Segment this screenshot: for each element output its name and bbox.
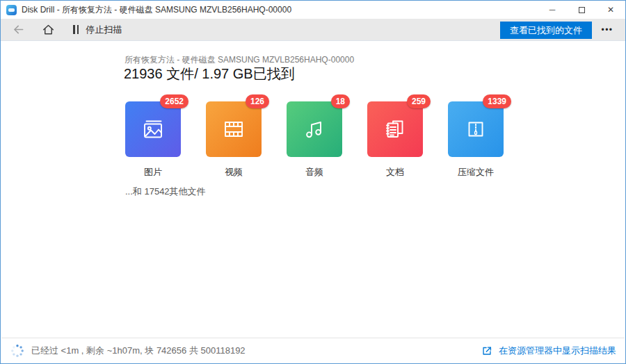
close-icon: ✕ (607, 5, 614, 15)
archive-icon (462, 115, 490, 143)
home-icon (42, 23, 55, 36)
window-controls: ─ ✕ (538, 1, 625, 19)
audio-label: 音频 (287, 166, 342, 179)
archives-count-badge: 1339 (483, 94, 511, 108)
audio-count-badge: 18 (331, 94, 350, 108)
show-in-explorer-link[interactable]: 在资源管理器中显示扫描结果 (481, 345, 616, 357)
images-label: 图片 (125, 166, 181, 179)
other-files-text: ...和 17542其他文件 (125, 185, 206, 198)
images-count-badge: 2652 (160, 94, 188, 108)
more-menu-button[interactable]: ••• (595, 19, 620, 41)
videos-tile[interactable]: 126 (206, 101, 262, 157)
documents-count-badge: 259 (407, 94, 431, 108)
minimize-icon: ─ (549, 5, 556, 15)
ellipsis-icon: ••• (601, 25, 613, 35)
pause-icon (73, 25, 79, 34)
archives-tile[interactable]: 1339 (448, 101, 504, 157)
category-videos: 126 视频 (206, 101, 262, 179)
stop-scan-button[interactable]: 停止扫描 (73, 24, 122, 36)
toolbar: 停止扫描 查看已找到的文件 ••• (1, 19, 625, 41)
audio-tile[interactable]: 18 (287, 101, 342, 157)
status-bar: 已经过 <1m , 剩余 ~1h07m, 块 742656 共 50011819… (1, 338, 625, 363)
archives-label: 压缩文件 (448, 166, 504, 179)
videos-label: 视频 (206, 166, 262, 179)
category-documents: 259 文档 (367, 101, 423, 179)
window-title: Disk Drill - 所有恢复方法 - 硬件磁盘 SAMSUNG MZVLB… (22, 4, 291, 16)
category-audio: 18 音频 (287, 101, 342, 179)
back-arrow-icon (12, 23, 25, 36)
documents-label: 文档 (367, 166, 423, 179)
disk-drill-logo-icon (6, 5, 17, 15)
category-images: 2652 图片 (125, 101, 181, 179)
maximize-icon (579, 7, 585, 13)
show-in-explorer-label: 在资源管理器中显示扫描结果 (499, 345, 616, 357)
scan-progress-text: 已经过 <1m , 剩余 ~1h07m, 块 742656 共 50011819… (31, 345, 246, 357)
maximize-button[interactable] (567, 1, 596, 19)
film-icon (220, 115, 248, 143)
disk-drill-window: Disk Drill - 所有恢复方法 - 硬件磁盘 SAMSUNG MZVLB… (0, 0, 626, 364)
scan-results-panel: 所有恢复方法 - 硬件磁盘 SAMSUNG MZVLB256HAHQ-00000… (1, 42, 625, 338)
picture-icon (139, 115, 167, 143)
close-button[interactable]: ✕ (596, 1, 625, 19)
home-button[interactable] (42, 23, 55, 36)
title-bar: Disk Drill - 所有恢复方法 - 硬件磁盘 SAMSUNG MZVLB… (1, 1, 625, 19)
stop-scan-label: 停止扫描 (86, 24, 122, 36)
images-tile[interactable]: 2652 (125, 101, 181, 157)
view-found-files-button[interactable]: 查看已找到的文件 (500, 22, 592, 39)
document-icon (381, 115, 409, 143)
documents-tile[interactable]: 259 (367, 101, 423, 157)
videos-count-badge: 126 (246, 94, 269, 108)
category-tiles: 2652 图片 126 (125, 101, 504, 179)
category-archives: 1339 压缩文件 (448, 101, 504, 179)
found-summary-heading: 21936 文件/ 1.97 GB已找到 (124, 65, 295, 83)
music-icon (300, 115, 328, 143)
open-external-icon (481, 345, 493, 357)
minimize-button[interactable]: ─ (538, 1, 567, 19)
progress-spinner-icon (10, 344, 24, 358)
back-button[interactable] (12, 23, 25, 36)
